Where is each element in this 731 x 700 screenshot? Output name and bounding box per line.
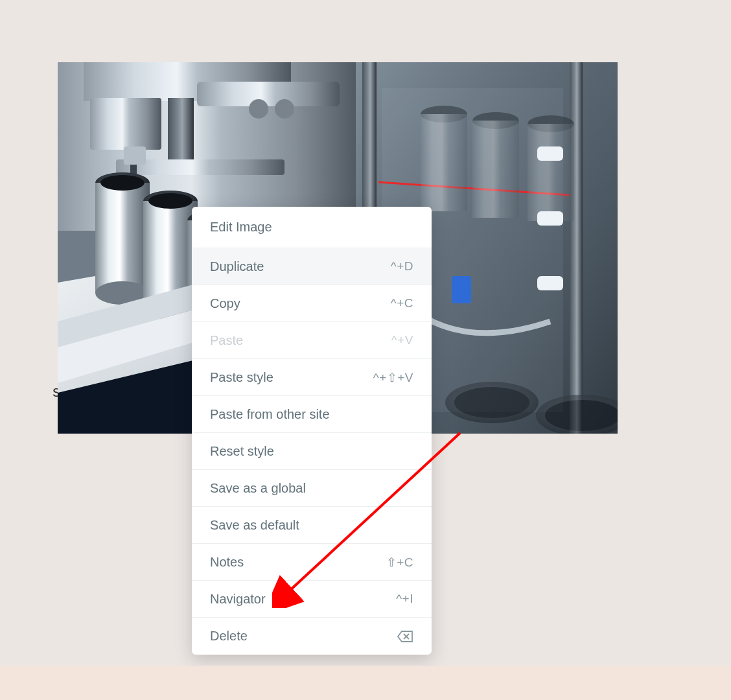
menu-item-label: Notes [210, 555, 244, 570]
menu-item-reset-style[interactable]: Reset style [192, 433, 432, 470]
menu-item-shortcut: ^+⇧+V [373, 370, 413, 385]
menu-item-label: Save as default [210, 518, 299, 533]
menu-item-save-as-a-global[interactable]: Save as a global [192, 470, 432, 507]
svg-rect-46 [452, 276, 471, 303]
svg-point-12 [275, 99, 294, 119]
svg-point-43 [454, 387, 529, 418]
menu-item-label: Duplicate [210, 259, 264, 274]
menu-item-edit-image[interactable]: Edit Image [192, 207, 432, 248]
menu-item-paste-from-other-site[interactable]: Paste from other site [192, 396, 432, 433]
svg-rect-47 [537, 146, 563, 161]
menu-item-save-as-default[interactable]: Save as default [192, 507, 432, 544]
image-context-menu: Edit ImageDuplicate^+DCopy^+CPaste^+VPas… [192, 207, 432, 655]
menu-item-shortcut: ^+C [391, 296, 413, 310]
svg-rect-15 [124, 146, 146, 165]
menu-item-copy[interactable]: Copy^+C [192, 285, 432, 322]
menu-item-paste: Paste^+V [192, 322, 432, 359]
menu-item-label: Paste [210, 333, 243, 348]
menu-item-shortcut: ^+I [396, 592, 413, 606]
svg-rect-10 [197, 82, 340, 106]
svg-rect-8 [90, 98, 161, 150]
svg-rect-25 [95, 183, 150, 293]
svg-point-45 [545, 400, 618, 431]
svg-point-27 [100, 175, 145, 191]
svg-rect-39 [472, 121, 519, 218]
svg-point-20 [133, 368, 137, 372]
svg-rect-9 [168, 98, 194, 163]
menu-item-notes[interactable]: Notes⇧+C [192, 544, 432, 581]
svg-point-31 [148, 193, 192, 209]
menu-item-navigator[interactable]: Navigator^+I [192, 581, 432, 618]
svg-point-21 [160, 360, 163, 363]
menu-item-label: Navigator [210, 592, 266, 607]
menu-item-shortcut: ^+V [391, 333, 413, 347]
menu-item-shortcut: ^+D [391, 259, 413, 274]
menu-item-label: Paste from other site [210, 407, 330, 422]
page-footer-band [0, 666, 731, 700]
svg-rect-4 [570, 62, 583, 434]
menu-item-paste-style[interactable]: Paste style^+⇧+V [192, 359, 432, 396]
menu-item-shortcut: ⇧+C [386, 555, 413, 570]
menu-item-label: Edit Image [210, 220, 272, 235]
svg-point-11 [249, 99, 268, 119]
svg-rect-49 [537, 276, 563, 290]
menu-item-label: Delete [210, 629, 248, 644]
menu-item-label: Copy [210, 296, 240, 311]
svg-rect-48 [537, 211, 563, 226]
svg-rect-41 [528, 124, 574, 221]
menu-item-label: Paste style [210, 370, 273, 385]
menu-item-delete[interactable]: Delete [192, 618, 432, 655]
delete-icon [397, 630, 413, 643]
menu-item-label: Save as a global [210, 481, 306, 496]
svg-rect-37 [421, 114, 467, 211]
menu-item-duplicate[interactable]: Duplicate^+D [192, 248, 432, 285]
menu-item-label: Reset style [210, 444, 274, 459]
